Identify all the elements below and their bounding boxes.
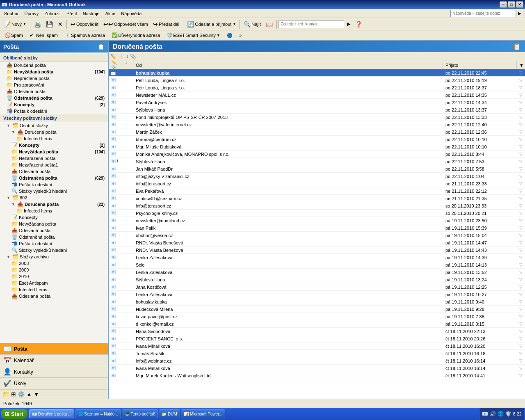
filter-arrow-icon[interactable]: ▽ — [519, 71, 523, 75]
table-row[interactable]: 📧Sciopá 19.11.2010 14:13▽ — [109, 261, 525, 269]
filter-arrow-icon[interactable]: ▽ — [519, 144, 523, 149]
filter-arrow-icon[interactable]: ▽ — [519, 307, 523, 311]
forward-button[interactable]: ↪Předat dál — [151, 19, 181, 29]
filter-arrow-icon[interactable]: ▽ — [519, 100, 523, 105]
spam-address-button[interactable]: 📧 Spamová adresa — [62, 31, 108, 39]
table-row[interactable]: 📧obchod@vesna.czpá 19.11.2010 15:04▽ — [109, 232, 525, 239]
col-header-received[interactable]: Přijato — [443, 61, 517, 69]
menu-akce[interactable]: Akce — [103, 10, 118, 17]
table-row[interactable]: 📧Eva Pekařováne 21.11.2010 22:12▽ — [109, 187, 525, 195]
table-row[interactable]: 📧RNDr. Vlasta Benešovápá 19.11.2010 14:4… — [109, 239, 525, 247]
address-book-button[interactable]: 📖 — [264, 19, 275, 29]
attachment-icon[interactable]: 📎 — [130, 54, 136, 59]
nav-btn-kontakty[interactable]: 👤 Kontakty — [0, 366, 108, 378]
filter-arrow-icon[interactable]: ▽ — [519, 329, 523, 333]
table-row[interactable]: 📧bohuslav.kupkapá 19.11.2010 9:40▽ — [109, 298, 525, 306]
sidebar-item-infected-archive[interactable]: 📁 Infected Items — [0, 286, 108, 293]
sidebar-item-prozprac[interactable]: 📁 Pro zpracování — [0, 82, 108, 88]
filter-arrow-icon[interactable]: ▽ — [519, 240, 523, 245]
tray-icon-3[interactable]: 🌐 — [498, 411, 504, 417]
filter-arrow-icon[interactable]: ▽ — [519, 93, 523, 97]
filter-arrow-icon[interactable]: ▽ — [519, 344, 523, 348]
sidebar-item-nezarazena1-osobni[interactable]: 📁 Nezařazená pošta1 — [0, 162, 108, 168]
sidebar-item-dorucena-osobni[interactable]: ▼ 📥 Doručená pošta — [0, 129, 108, 135]
table-row[interactable]: 📧!Stýblová Hanapo 22.11.2010 7:53▽ — [109, 158, 525, 165]
sidebar-item-osobni-slozky[interactable]: ▼ 🗂️ Osobní složky — [0, 122, 108, 129]
menu-soubor[interactable]: Soubor — [2, 10, 21, 17]
sidebar-item-postakodeslani-fav[interactable]: 📬 Pošta k odeslání — [0, 108, 108, 114]
settings-icon[interactable]: ⚙️ — [18, 391, 25, 397]
table-row[interactable]: 📧Monika Andrejkovičová, MONAPRO spol. s … — [109, 151, 525, 158]
sidebar-item-dorucena-posta-fav[interactable]: 📥 Doručená pošta — [0, 62, 108, 68]
eset-extra-button[interactable]: 🔵 — [224, 31, 235, 39]
menu-zobrazit[interactable]: Zobrazit — [42, 10, 63, 17]
menu-prejit[interactable]: Přejít — [64, 10, 80, 17]
sidebar-item-odstranenaposta[interactable]: 🗑️ Odstraněná pošta (629) — [0, 95, 108, 101]
tray-icon-4[interactable]: 🛡️ — [505, 411, 511, 417]
filter-arrow-icon[interactable]: ▽ — [519, 233, 523, 237]
table-row[interactable]: 📧Martin Žáčekpo 22.11.2010 12:36▽ — [109, 128, 525, 136]
tray-icon-2[interactable]: 🔊 — [490, 411, 496, 417]
filter-arrow-icon[interactable]: ▽ — [519, 358, 523, 363]
filter-arrow-icon[interactable]: ▽ — [519, 366, 523, 370]
filter-arrow-icon[interactable]: ▽ — [519, 373, 523, 378]
filter-arrow-icon[interactable]: ▽ — [519, 322, 523, 326]
table-row[interactable]: 📧info@terasport.czne 21.11.2010 23:33▽ — [109, 180, 525, 187]
pencil-icon[interactable]: ✏️ — [110, 54, 116, 59]
maximize-button[interactable]: □ — [508, 1, 515, 8]
table-row[interactable]: 📧Hudečková Milenapá 19.11.2010 9:28▽ — [109, 306, 525, 313]
sidebar-item-2010[interactable]: 📁 2010 — [0, 273, 108, 280]
sidebar-item-koncepty-osobni[interactable]: 📝 Koncepty [2] — [0, 142, 108, 148]
col-header-filter[interactable]: ▼ — [517, 61, 525, 69]
table-row[interactable]: 📧Tomáš Strašíkčt 18.11.2010 16:18▽ — [109, 350, 525, 357]
filter-arrow-icon[interactable]: ▽ — [519, 248, 523, 252]
table-row[interactable]: 📧Lenka Zalesakovapá 19.11.2010 10:27▽ — [109, 291, 525, 298]
filter-arrow-icon[interactable]: ▽ — [519, 137, 523, 142]
start-button[interactable]: ⊞ Start — [1, 409, 27, 419]
menu-napoveda[interactable]: Nápověda — [119, 10, 144, 17]
table-row[interactable]: 📧Hana Svobodováčt 18.11.2010 22:13▽ — [109, 328, 525, 335]
filter-arrow-icon[interactable]: ▽ — [519, 85, 523, 90]
sidebar-item-eset-antispam[interactable]: 📁 Eset Antispam — [0, 280, 108, 286]
filter-arrow-icon[interactable]: ▽ — [519, 285, 523, 289]
table-row[interactable]: 📧kovar.pavel@post.czpá 19.11.2010 7:38▽ — [109, 313, 525, 320]
sidebar-item-slozky-hledani-osobni[interactable]: 🔍 Složky výsledků hledání — [0, 188, 108, 194]
sidebar-item-slozky-hledani-602[interactable]: 🔍 Složky výsledků hledání — [0, 247, 108, 253]
table-row[interactable]: 📧info@webinare.czčt 18.11.2010 16:14▽ — [109, 357, 525, 365]
filter-arrow-icon[interactable]: ▽ — [519, 262, 523, 267]
menu-nastroje[interactable]: Nástroje — [80, 10, 102, 17]
nav-btn-ukoly[interactable]: ✔️ Úkoly — [0, 378, 108, 389]
sidebar-item-odeslana-osobni[interactable]: 📤 Odeslaná pošta — [0, 168, 108, 175]
table-row[interactable]: 📧Psychologie-knihy.czso 20.11.2010 20:21… — [109, 210, 525, 217]
minimize-button[interactable]: ─ — [500, 1, 507, 8]
table-row[interactable]: 📧Petr Louda, Lingea s.r.o.po 22.11.2010 … — [109, 84, 525, 91]
table-row[interactable]: 📧Lenka Zalesakovapá 19.11.2010 13:52▽ — [109, 269, 525, 276]
table-row[interactable]: 📧Ivana Minaříkováčt 18.11.2010 16:20▽ — [109, 342, 525, 350]
taskbar-item[interactable]: 📧Doručená pošta ... — [29, 409, 75, 418]
filter-arrow-icon[interactable]: ▽ — [519, 174, 523, 178]
filter-arrow-icon[interactable]: ▽ — [519, 336, 523, 341]
send-receive-button[interactable]: 🔄 Odeslat a přijmout ▼ — [185, 19, 238, 29]
menu-upravy[interactable]: Úpravy — [22, 10, 41, 17]
sidebar-item-postakodeslani-602[interactable]: 📬 Pošta k odeslání — [0, 240, 108, 247]
tray-icon-1[interactable]: 📧 — [482, 411, 488, 417]
filter-arrow-icon[interactable]: ▽ — [519, 78, 523, 82]
delete-button[interactable]: ✕ — [56, 19, 65, 29]
spam-button[interactable]: 🚫 Spam — [2, 31, 26, 39]
sidebar-item-2009[interactable]: 📁 2009 — [0, 267, 108, 273]
table-row[interactable]: 📧Stýblová Hanapo 22.11.2010 13:37▽ — [109, 106, 525, 114]
table-row[interactable]: 📧Jan Mikáč PaedDr.po 22.11.2010 5:58▽ — [109, 165, 525, 173]
sidebar-item-koncepty-602[interactable]: 📝 Koncepty — [0, 214, 108, 221]
filter-arrow-icon[interactable]: ▽ — [519, 226, 523, 230]
more-icon[interactable]: ▲ — [26, 391, 32, 397]
sidebar-item-infected-602[interactable]: 📁 Infected Items — [0, 208, 108, 214]
taskbar-item[interactable]: 🌐Seznam – Najdu... — [75, 409, 121, 418]
table-row[interactable]: 📧RNDr. Vlasta Benešovápá 19.11.2010 14:4… — [109, 247, 525, 254]
sidebar-item-odeslana-fav[interactable]: 📤 Odeslaná pošta — [0, 88, 108, 95]
save-button[interactable]: 💾 — [44, 19, 55, 29]
filter-arrow-icon[interactable]: ▽ — [519, 122, 523, 127]
table-row[interactable]: 📧Pavel Andrýsekpo 22.11.2010 14:34▽ — [109, 99, 525, 106]
table-row[interactable]: 📧Fond mikroprojektů OP PS SR-ČR 2007-201… — [109, 114, 525, 121]
table-row[interactable]: 📧d.konkol@email.czpá 19.11.2010 0:15▽ — [109, 320, 525, 328]
not-spam-button[interactable]: ✔ Není spam — [27, 31, 61, 39]
